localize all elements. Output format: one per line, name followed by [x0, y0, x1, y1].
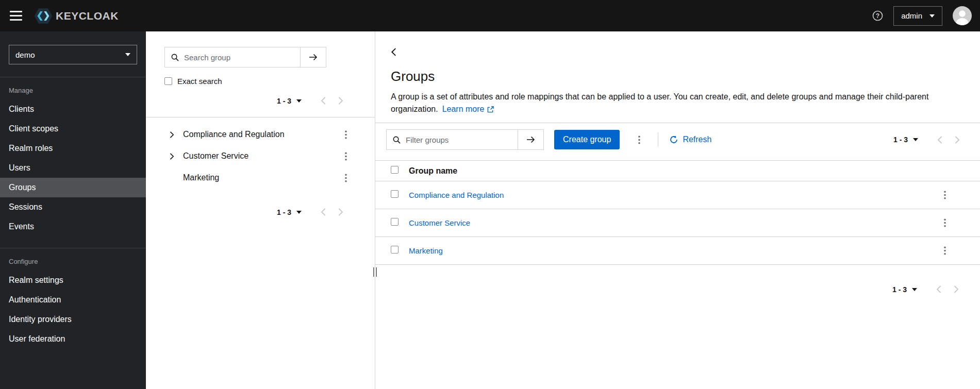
exact-search-label: Exact search	[177, 77, 222, 86]
sidebar-item-clients[interactable]: Clients	[0, 99, 146, 119]
pagination-menu-toggle[interactable]: 1 - 3	[274, 95, 305, 107]
filter-groups-submit-button[interactable]	[518, 130, 543, 149]
row-checkbox[interactable]	[391, 218, 398, 226]
angle-left-icon	[391, 48, 396, 56]
sidebar-item-identity-providers[interactable]: Identity providers	[0, 310, 146, 329]
row-kebab-button[interactable]	[939, 243, 951, 258]
pagination-next-button[interactable]	[332, 94, 350, 108]
pagination-next-button[interactable]	[332, 205, 350, 219]
collapse-panel-button[interactable]	[389, 46, 398, 58]
pagination-menu-toggle[interactable]: 1 - 3	[274, 206, 305, 218]
pagination-prev-button[interactable]	[929, 282, 948, 296]
kebab-icon	[345, 130, 347, 139]
create-group-button[interactable]: Create group	[554, 130, 620, 149]
user-menu-button[interactable]: admin	[893, 6, 942, 26]
angle-right-icon	[339, 97, 343, 105]
angle-right-icon	[955, 136, 960, 144]
tree-item: Marketing	[146, 167, 375, 189]
caret-down-icon	[125, 53, 130, 56]
tree-pagination-bottom: 1 - 3	[146, 205, 375, 219]
nav-section-configure: Configure Realm settings Authentication …	[0, 248, 146, 349]
table-row: Customer Service	[375, 209, 980, 237]
nav-section-title: Manage	[0, 77, 146, 99]
tree-item-label[interactable]: Compliance and Regulation	[183, 130, 285, 139]
angle-right-icon	[339, 208, 343, 216]
sidebar-item-realm-roles[interactable]: Realm roles	[0, 139, 146, 158]
caret-down-icon	[913, 138, 918, 141]
page-description: A group is a set of attributes and role …	[391, 91, 965, 115]
realm-selector[interactable]: demo	[9, 45, 137, 64]
caret-down-icon	[929, 14, 935, 18]
avatar[interactable]	[953, 6, 972, 25]
learn-more-link[interactable]: Learn more	[442, 103, 494, 115]
nav-toggle-button[interactable]	[0, 0, 32, 31]
sidebar-item-realm-settings[interactable]: Realm settings	[0, 270, 146, 290]
tree-item-kebab-button[interactable]	[340, 127, 352, 142]
help-button[interactable]: ?	[872, 10, 883, 21]
row-checkbox[interactable]	[391, 190, 398, 198]
tree-item-label[interactable]: Customer Service	[183, 151, 248, 161]
caret-down-icon	[296, 99, 302, 103]
kebab-icon	[944, 218, 946, 227]
group-search-submit-button[interactable]	[300, 47, 326, 67]
exact-search-checkbox[interactable]	[164, 77, 172, 85]
tree-item-kebab-button[interactable]	[340, 149, 352, 164]
groups-main: Groups A group is a set of attributes an…	[375, 31, 980, 389]
search-icon	[165, 54, 183, 61]
row-checkbox[interactable]	[391, 246, 398, 253]
panel-resize-handle[interactable]	[372, 267, 377, 277]
refresh-button[interactable]: Refresh	[670, 135, 711, 144]
tree-item: Compliance and Regulation	[146, 124, 375, 145]
sidebar: demo Manage Clients Client scopes Realm …	[0, 31, 146, 389]
expand-toggle-button[interactable]	[164, 127, 180, 142]
brand-text: KEYCLOAK	[56, 10, 119, 22]
pagination-next-button[interactable]	[949, 133, 967, 147]
toolbar-kebab-button[interactable]	[633, 132, 645, 147]
filter-groups-input[interactable]	[405, 129, 518, 150]
group-search-input[interactable]	[183, 47, 300, 67]
tree-item-label[interactable]: Marketing	[183, 173, 219, 182]
brand-logo[interactable]: KEYCLOAK	[34, 7, 119, 25]
pagination-menu-toggle[interactable]: 1 - 3	[889, 283, 920, 296]
caret-down-icon	[296, 211, 302, 214]
help-icon: ?	[872, 10, 883, 21]
group-link[interactable]: Marketing	[409, 246, 443, 255]
sidebar-item-groups[interactable]: Groups	[0, 178, 146, 197]
sidebar-item-events[interactable]: Events	[0, 217, 146, 236]
group-link[interactable]: Compliance and Regulation	[409, 191, 504, 199]
page-title: Groups	[391, 69, 965, 84]
select-all-checkbox[interactable]	[391, 166, 398, 174]
kebab-icon	[638, 136, 640, 144]
tree-item-kebab-button[interactable]	[340, 171, 352, 185]
angle-left-icon	[937, 136, 942, 144]
pagination-range: 1 - 3	[893, 136, 908, 144]
sidebar-item-users[interactable]: Users	[0, 158, 146, 178]
search-icon	[387, 136, 405, 144]
sidebar-item-authentication[interactable]: Authentication	[0, 290, 146, 310]
group-link[interactable]: Customer Service	[409, 218, 470, 227]
pagination-range: 1 - 3	[277, 97, 291, 105]
groups-toolbar: Create group Refresh 1 - 3	[375, 123, 980, 161]
pagination-menu-toggle[interactable]: 1 - 3	[890, 133, 921, 146]
row-kebab-button[interactable]	[939, 215, 951, 230]
kebab-icon	[944, 191, 946, 199]
column-header-group-name: Group name	[409, 161, 939, 181]
tree-panel-toolbar: Exact search 1 - 3	[146, 31, 375, 117]
sidebar-item-client-scopes[interactable]: Client scopes	[0, 119, 146, 139]
pagination-next-button[interactable]	[948, 282, 966, 296]
row-kebab-button[interactable]	[939, 188, 951, 202]
pagination-range: 1 - 3	[277, 208, 291, 216]
nav-section-title: Configure	[0, 248, 146, 270]
pagination-prev-button[interactable]	[931, 133, 949, 147]
expand-toggle-button[interactable]	[164, 148, 180, 164]
groups-table: Group name Compliance and Regulation Cus…	[375, 161, 980, 265]
sidebar-item-sessions[interactable]: Sessions	[0, 197, 146, 217]
sidebar-item-user-federation[interactable]: User federation	[0, 329, 146, 349]
masthead-actions: ? admin	[872, 6, 972, 26]
tree-pagination-top: 1 - 3	[164, 94, 350, 117]
pagination-prev-button[interactable]	[314, 205, 332, 219]
angle-left-icon	[321, 97, 325, 105]
pagination-prev-button[interactable]	[314, 94, 332, 108]
caret-down-icon	[912, 288, 917, 291]
table-row: Marketing	[375, 237, 980, 265]
